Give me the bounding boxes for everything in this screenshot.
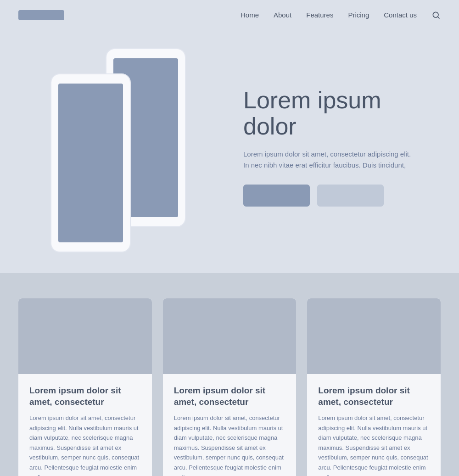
nav-home[interactable]: Home	[241, 11, 259, 19]
cards-grid: Lorem ipsum dolor sit amet, consectetur …	[18, 298, 441, 476]
primary-button[interactable]	[243, 185, 310, 207]
card-3-title: Lorem ipsum dolor sit amet, consectetur	[318, 385, 430, 408]
hero-content: Lorem ipsum dolor Lorem ipsum dolor sit …	[230, 87, 431, 207]
hero-subtitle: Lorem ipsum dolor sit amet, consectetur …	[243, 149, 431, 171]
card-1-image	[18, 298, 152, 374]
card-1: Lorem ipsum dolor sit amet, consectetur …	[18, 298, 152, 476]
card-3-text: Lorem ipsum dolor sit amet, consectetur …	[318, 413, 430, 476]
card-3-image	[307, 298, 441, 374]
card-1-body: Lorem ipsum dolor sit amet, consectetur …	[18, 374, 152, 476]
logo[interactable]	[18, 10, 64, 20]
card-2-text: Lorem ipsum dolor sit amet, consectetur …	[174, 413, 285, 476]
phone-front-screen	[58, 84, 123, 242]
svg-point-0	[433, 12, 438, 17]
search-icon[interactable]	[431, 11, 441, 20]
nav-links: Home About Features Pricing Contact us	[241, 11, 441, 20]
card-2-title: Lorem ipsum dolor sit amet, consectetur	[174, 385, 285, 408]
card-3-body: Lorem ipsum dolor sit amet, consectetur …	[307, 374, 441, 476]
phone-front	[50, 73, 131, 252]
hero-image	[28, 48, 230, 246]
hero-section: Lorem ipsum dolor Lorem ipsum dolor sit …	[0, 30, 459, 273]
hero-title: Lorem ipsum dolor	[243, 87, 431, 140]
card-2-body: Lorem ipsum dolor sit amet, consectetur …	[163, 374, 297, 476]
card-2: Lorem ipsum dolor sit amet, consectetur …	[163, 298, 297, 476]
card-1-text: Lorem ipsum dolor sit amet, consectetur …	[29, 413, 141, 476]
card-3: Lorem ipsum dolor sit amet, consectetur …	[307, 298, 441, 476]
nav-about[interactable]: About	[274, 11, 291, 19]
svg-line-1	[438, 17, 440, 18]
nav-contact[interactable]: Contact us	[384, 11, 417, 19]
hero-buttons	[243, 185, 431, 207]
secondary-button[interactable]	[317, 185, 384, 207]
cards-section: Lorem ipsum dolor sit amet, consectetur …	[0, 273, 459, 476]
nav-features[interactable]: Features	[306, 11, 333, 19]
card-2-image	[163, 298, 297, 374]
navbar: Home About Features Pricing Contact us	[0, 0, 459, 30]
card-1-title: Lorem ipsum dolor sit amet, consectetur	[29, 385, 141, 408]
nav-pricing[interactable]: Pricing	[348, 11, 369, 19]
